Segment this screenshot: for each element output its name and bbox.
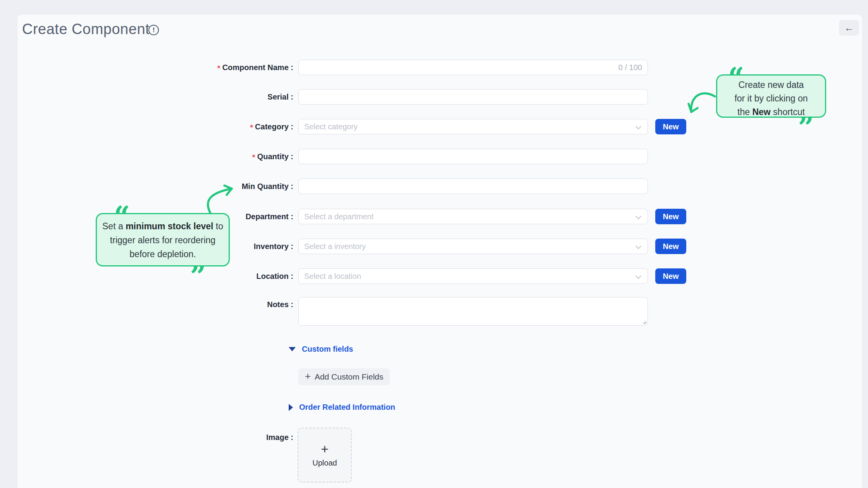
location-select[interactable]: Select a location [298,268,648,284]
order-related-section-toggle[interactable]: Order Related Information [289,403,395,412]
tooltip-line: before depletion. [97,247,229,261]
location-new-button[interactable]: New [655,268,686,284]
chevron-down-icon [636,213,642,220]
required-asterisk: * [252,153,255,162]
plus-icon: + [305,370,311,382]
category-new-button[interactable]: New [655,119,686,134]
resize-handle[interactable] [642,320,646,324]
page-title: Create Component [22,21,150,38]
image-upload-dropzone[interactable]: + Upload [298,428,352,483]
field-row-min-quantity: Min Quantity : [17,179,862,194]
field-row-category: * Category : Select category New [17,119,862,134]
field-row-location: Location : Select a location New [17,268,862,284]
category-select[interactable]: Select category [298,119,648,134]
field-row-quantity: * Quantity : [17,149,862,164]
required-asterisk: * [217,64,220,73]
tooltip-min-stock: “ ” Set a minimum stock level to trigger… [96,213,230,266]
min-quantity-input[interactable] [298,179,648,194]
department-select[interactable]: Select a department [298,209,648,224]
notes-textarea[interactable] [298,297,648,326]
caret-right-icon [289,404,293,411]
add-custom-fields-button[interactable]: + Add Custom Fields [298,368,390,385]
serial-input[interactable] [298,89,648,105]
tooltip-line: trigger alerts for reordering [97,233,229,247]
chevron-down-icon [636,124,642,130]
serial-label: Serial : [17,89,293,105]
location-label: Location : [17,268,293,284]
chevron-down-icon [636,273,642,279]
info-circle-icon[interactable]: ! [148,25,159,35]
field-row-notes: Notes : [17,297,862,326]
inventory-select[interactable]: Select a inventory [298,239,648,254]
arrow-left-icon: ← [844,22,854,33]
custom-fields-section-toggle[interactable]: Custom fields [289,345,353,354]
chevron-down-icon [636,243,642,249]
inventory-new-button[interactable]: New [655,239,686,254]
quantity-label: * Quantity : [17,149,293,164]
tooltip-new-shortcut: “ ” Create new data for it by clicking o… [716,74,826,118]
department-new-button[interactable]: New [655,209,686,224]
notes-label: Notes : [17,297,293,313]
back-button[interactable]: ← [839,20,859,36]
plus-icon: + [321,443,329,455]
category-label: * Category : [17,119,293,134]
image-label: Image : [17,433,293,442]
min-quantity-label: Min Quantity : [17,179,293,194]
component-name-input[interactable]: 0 / 100 [298,60,648,75]
caret-down-icon [289,347,296,351]
quantity-input[interactable] [298,149,648,164]
char-counter: 0 / 100 [618,60,642,75]
required-asterisk: * [250,123,253,132]
component-name-label: * Component Name : [17,60,293,75]
